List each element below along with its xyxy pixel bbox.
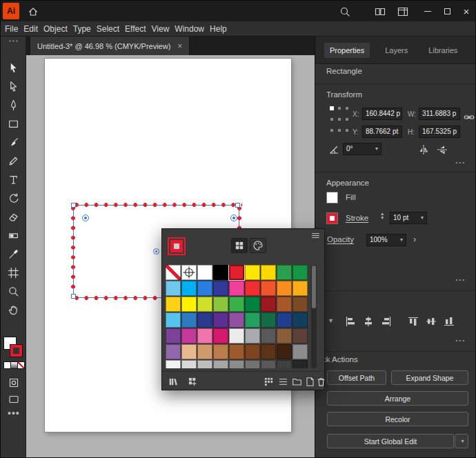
color-mini-icon[interactable] [4,362,10,368]
swatch[interactable] [261,344,276,359]
start-global-edit-button[interactable]: Start Global Edit [327,434,454,448]
rectangle-tool[interactable] [6,116,21,132]
workspace-icon[interactable] [397,6,409,18]
swatch[interactable] [181,312,197,328]
swatch[interactable] [261,297,276,312]
align-h-center-icon[interactable] [362,315,374,327]
swatch[interactable] [181,328,197,344]
flip-horizontal-icon[interactable] [417,143,430,156]
direct-selection-tool[interactable] [6,79,21,94]
swatch[interactable] [166,344,181,359]
swatch[interactable] [261,281,276,296]
panel-menu-icon[interactable] [310,230,321,240]
tab-close-icon[interactable]: × [177,41,182,51]
swatch[interactable] [197,360,212,368]
swatch[interactable] [277,281,292,296]
swatch[interactable] [181,281,197,296]
swatch[interactable] [213,281,228,296]
w-field[interactable]: 311.6883 p [419,108,460,120]
swatch[interactable] [197,312,212,328]
swatch[interactable] [261,360,276,368]
expand-shape-button[interactable]: Expand Shape [391,370,468,385]
home-icon[interactable] [27,6,39,18]
align-more-options[interactable]: ••• [456,337,466,344]
tab-layers[interactable]: Layers [379,43,413,58]
y-field[interactable]: 88.7662 pt [362,126,402,138]
hand-tool[interactable] [6,302,21,318]
new-color-group-icon[interactable] [291,376,302,387]
swatch[interactable] [166,328,181,344]
swatch[interactable] [292,328,308,344]
swatch-none[interactable] [166,265,181,280]
align-top-icon[interactable] [407,315,419,327]
menu-window[interactable]: Window [175,24,204,34]
minimize-button[interactable] [419,1,437,21]
swatch[interactable] [245,265,260,280]
link-dimensions-icon[interactable] [463,111,475,123]
menu-help[interactable]: Help [210,24,227,34]
menu-edit[interactable]: Edit [23,24,38,34]
swatch[interactable] [229,360,244,368]
swatch-registration[interactable] [181,265,197,280]
h-field[interactable]: 167.5325 p [419,126,460,138]
gradient-mini-icon[interactable] [11,362,17,368]
opacity-dropdown[interactable]: 100% ▾ [366,234,406,246]
delete-swatch-icon[interactable] [315,376,326,387]
swatch[interactable] [181,297,197,312]
swatch[interactable] [213,312,228,328]
align-bottom-icon[interactable] [443,315,455,327]
eraser-tool[interactable] [6,209,21,225]
align-section-caret[interactable]: ▼ [328,317,334,324]
swatch-kinds-icon[interactable] [263,376,274,387]
swatch[interactable] [292,297,308,312]
menu-file[interactable]: File [5,24,18,34]
menu-object[interactable]: Object [43,24,68,34]
offset-path-button[interactable]: Offset Path [327,370,386,385]
rotate-tool[interactable] [6,190,21,206]
swatch[interactable] [166,360,181,368]
fill-label[interactable]: Fill [346,193,356,201]
pencil-tool[interactable] [6,153,21,169]
x-field[interactable]: 160.8442 p [362,108,402,120]
arrange-documents-icon[interactable] [374,6,386,18]
swatch[interactable] [292,360,308,368]
start-global-edit-dropdown[interactable]: ▾ [455,434,468,448]
tab-libraries[interactable]: Libraries [423,43,463,58]
corner-widget-right[interactable] [230,215,237,221]
swatch[interactable] [261,328,276,344]
menu-effect[interactable]: Effect [125,24,146,34]
stroke-label[interactable]: Stroke [346,214,368,222]
swatch[interactable] [292,312,308,328]
swatch[interactable] [277,344,292,359]
flip-vertical-icon[interactable] [436,143,448,156]
swatches-view-button[interactable] [231,238,248,253]
anchor-bottom-left[interactable] [71,294,76,299]
swatch[interactable] [277,265,292,280]
selection-tool[interactable] [6,60,21,76]
swatch[interactable] [181,344,197,359]
stroke-swatch[interactable] [327,213,337,223]
align-left-icon[interactable] [344,315,356,327]
rotation-dropdown[interactable]: 0° ▾ [343,143,381,155]
swatch[interactable] [166,281,181,296]
swatch[interactable] [277,312,292,328]
close-button[interactable]: × [457,1,475,21]
swatch[interactable] [181,360,197,368]
swatch[interactable] [292,281,308,296]
paintbrush-tool[interactable] [6,135,21,150]
swatch[interactable] [229,312,244,328]
stroke-color-swatch[interactable] [10,345,22,357]
toolbar-more-icon[interactable]: ••• [8,408,20,419]
menu-view[interactable]: View [152,24,170,34]
swatches-scrollbar[interactable] [311,265,317,368]
swatch[interactable] [292,344,308,359]
center-point[interactable] [153,248,159,255]
align-right-icon[interactable] [380,315,392,327]
arrange-button[interactable]: Arrange [327,391,468,406]
library-add-icon[interactable] [187,376,198,387]
appearance-more-options[interactable]: ••• [456,277,466,283]
stroke-weight-stepper[interactable]: ▲▼ [380,212,384,219]
swatch[interactable] [229,344,244,359]
swatch[interactable] [213,360,228,368]
tab-properties[interactable]: Properties [324,43,370,58]
